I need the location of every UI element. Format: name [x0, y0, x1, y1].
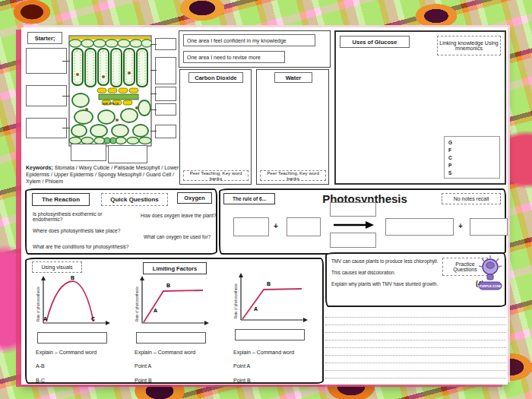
answer-line[interactable]	[325, 356, 506, 363]
leaf-label-box[interactable]	[26, 85, 67, 106]
point-a-label: A	[154, 308, 157, 313]
mnemonic-letter: F	[448, 147, 499, 154]
question-oxygen-use: What can oxygen be used for?	[144, 234, 220, 239]
point-b-label: B	[166, 283, 170, 288]
carbon-dioxide-panel[interactable]: Carbon Dioxide Peer Teaching, Key word b…	[179, 69, 252, 185]
oxygen-label: Oxygen	[177, 192, 212, 204]
answer-line[interactable]	[325, 348, 506, 356]
graphs-panel: Using visuals Limiting Factors Rate of p…	[25, 258, 324, 384]
answer-line[interactable]	[325, 378, 506, 386]
water-panel[interactable]: Water Peer Teaching, Key word banks	[256, 69, 329, 185]
connector-line	[62, 128, 70, 128]
equation-reactant-box[interactable]	[233, 217, 269, 236]
equation-product-box[interactable]	[470, 218, 508, 236]
badge-text: PURPLE ZONE	[480, 284, 502, 288]
mnemonic-letter: C	[448, 154, 499, 162]
mnemonic-letters-box[interactable]: G F C P S	[444, 136, 500, 179]
question-exothermic: Is photosynthesis exothermic or endother…	[33, 211, 133, 223]
graph-answer-box[interactable]	[136, 332, 206, 344]
peer-teaching-box: Peer Teaching, Key word banks	[183, 170, 249, 181]
connector-line	[150, 70, 157, 71]
limiting-factors-label: Limiting Factors	[143, 262, 207, 274]
leaf-label-box[interactable]	[155, 87, 176, 101]
plus-sign: +	[458, 222, 463, 230]
reaction-arrow-icon	[332, 220, 375, 230]
quick-questions-label: Quick Questions	[101, 193, 168, 206]
no-notes-recall-label: No notes recall	[442, 193, 501, 204]
leaf-label-box[interactable]	[155, 57, 176, 84]
leaf-label-box[interactable]	[155, 103, 176, 116]
connector-line	[150, 44, 157, 45]
answer-lines[interactable]	[325, 310, 506, 386]
plus-sign: +	[274, 222, 278, 230]
uses-of-glucose-panel[interactable]: Uses of Glucose Linking knowledge Using …	[334, 30, 506, 185]
answer-line[interactable]	[325, 340, 506, 348]
graph-ylabel: Rate of photosynthesis	[234, 283, 238, 318]
point-a-label: A	[43, 316, 47, 321]
answer-line[interactable]	[325, 333, 506, 340]
tmv-line1: TMV can cause plants to produce less chl…	[331, 258, 445, 264]
connector-line	[150, 109, 157, 110]
water-title: Water	[274, 72, 312, 83]
tmv-line3: Explain why plants with TMV have stunted…	[331, 281, 453, 287]
carbon-dioxide-title: Carbon Dioxide	[188, 72, 243, 83]
air-space-label: AIR SPACE	[103, 102, 119, 106]
confidence-panel: One area I feel confident in my knowledg…	[179, 30, 331, 68]
rule-of-six-label: The rule of 6...	[223, 193, 275, 204]
leaf-label-box[interactable]	[26, 48, 67, 74]
worksheet-page: Starter;	[21, 27, 508, 385]
starter-label: Starter;	[27, 32, 62, 44]
equation-panel: The rule of 6... Photosynthesis No notes…	[219, 188, 506, 255]
mnemonic-letter: G	[448, 139, 499, 147]
connector-line	[150, 93, 157, 94]
point-c-label: C	[91, 316, 95, 321]
leaf-label-box[interactable]	[71, 144, 106, 161]
graph-answer-box[interactable]	[37, 332, 107, 344]
revise-area-box[interactable]: One area I need to revise more	[183, 51, 285, 63]
equation-condition-box-top[interactable]	[330, 202, 376, 217]
leaf-label-box[interactable]	[155, 38, 176, 50]
reaction-panel: The Reaction Quick Questions Oxygen Is p…	[25, 188, 217, 255]
practice-questions-panel: TMV can cause plants to produce less chl…	[325, 252, 506, 307]
answer-line[interactable]	[325, 310, 506, 318]
connector-line	[150, 131, 157, 131]
graph1-sub1: A-B	[36, 363, 45, 369]
answer-line[interactable]	[325, 363, 506, 371]
point-b-label: B	[267, 281, 271, 287]
answer-line[interactable]	[325, 371, 506, 378]
tmv-line2: This causes leaf discoloration.	[331, 270, 445, 275]
graph-light-curve: Rate of photosynthesis A B C	[33, 274, 112, 331]
leaf-cross-section-diagram: AIR SPACE	[68, 35, 152, 147]
purple-zone-badge-icon: PURPLE ZONE	[477, 255, 503, 293]
graph-ylabel: Rate of photosynthesis	[135, 286, 139, 321]
question-oxygen-leave: How does oxygen leave the plant?	[141, 213, 217, 218]
keywords-text: Keywords; Stomata / Waxy Cuticle / Palis…	[26, 165, 179, 185]
graph2-sub2: Point B	[135, 378, 152, 383]
graph3-sub2: Point B	[233, 378, 251, 383]
mnemonic-letter: P	[448, 162, 499, 169]
answer-line[interactable]	[325, 325, 506, 333]
linking-knowledge-box: Linking knowledge Using mnemonics	[437, 36, 501, 55]
point-b-label: B	[71, 275, 74, 280]
explain-command-word: Explain – Command word	[233, 350, 294, 355]
answer-line[interactable]	[325, 318, 506, 325]
graph-answer-box[interactable]	[235, 329, 305, 340]
graph3-sub1: Point A	[233, 363, 250, 369]
question-where: Where does photosynthesis take place?	[33, 228, 133, 233]
equation-reactant-box[interactable]	[287, 217, 321, 236]
leaf-label-box[interactable]	[26, 118, 67, 138]
confident-area-box[interactable]: One area I feel confident in my knowledg…	[183, 34, 315, 46]
graph1-sub2: B-C	[36, 378, 45, 383]
peer-teaching-box: Peer Teaching, Key word banks	[260, 170, 326, 181]
uses-of-glucose-title: Uses of Glucose	[340, 36, 410, 48]
equation-product-box[interactable]	[385, 218, 454, 236]
reaction-title: The Reaction	[32, 193, 90, 206]
equation-condition-box-bottom[interactable]	[330, 233, 376, 248]
graph2-sub1: Point A	[135, 363, 151, 369]
mnemonic-letter: S	[448, 169, 499, 177]
explain-command-word: Explain – Command word	[36, 350, 97, 355]
using-visuals-label: Using visuals	[32, 261, 82, 273]
leaf-label-box[interactable]	[155, 125, 176, 138]
keywords-label: Keywords;	[26, 165, 53, 170]
leaf-label-box[interactable]	[108, 145, 147, 163]
